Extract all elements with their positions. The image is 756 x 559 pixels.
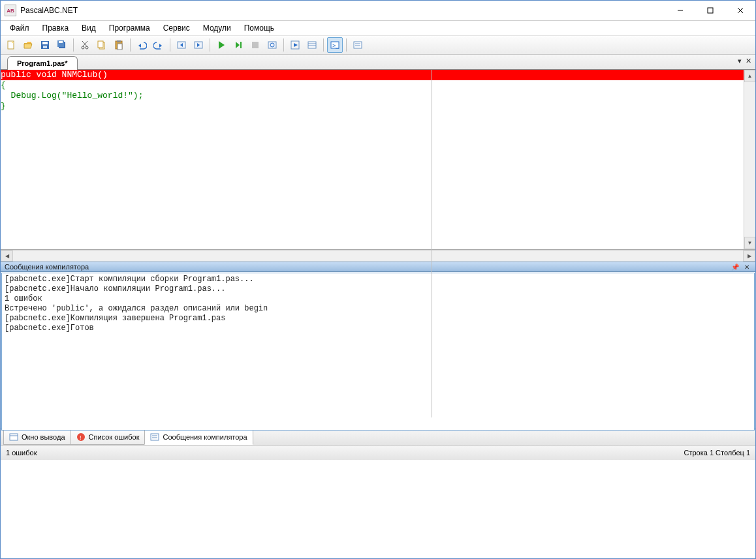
svg-rect-19 — [117, 40, 121, 42]
errors-window-icon[interactable] — [350, 37, 366, 53]
svg-rect-30 — [252, 42, 259, 48]
output-tab-icon — [9, 432, 18, 442]
output-window-icon[interactable]: >_ — [327, 37, 343, 53]
status-column: Столбец 1 — [716, 449, 750, 457]
minimize-button[interactable] — [665, 1, 695, 20]
nav-back-icon[interactable] — [174, 37, 189, 53]
redo-icon[interactable] — [151, 37, 166, 53]
svg-rect-11 — [59, 41, 63, 43]
app-icon: AB — [5, 5, 16, 16]
svg-line-15 — [82, 41, 87, 46]
svg-rect-8 — [43, 46, 47, 48]
svg-rect-43 — [10, 434, 18, 440]
svg-rect-7 — [42, 42, 48, 44]
svg-marker-28 — [236, 42, 240, 48]
editor-region: public void NNMClub() { Debug.Log("Hello… — [1, 70, 755, 429]
app-title: PascalABC.NET — [20, 6, 78, 15]
title-bar: AB PascalABC.NET — [1, 1, 755, 21]
compiler-panel-title: Сообщения компилятора — [5, 263, 89, 271]
svg-rect-40 — [354, 42, 362, 48]
svg-rect-17 — [98, 41, 103, 48]
errors-tab[interactable]: ! Список ошибок — [71, 429, 146, 445]
code-line-3: Debug.Log("Hello_world!"); — [1, 91, 744, 101]
svg-marker-22 — [159, 44, 162, 48]
toolbar: >_ — [1, 36, 755, 55]
bottom-tab-bar: Окно вывода ! Список ошибок Сообщения ко… — [1, 429, 755, 445]
compiler-tab-icon — [150, 432, 159, 442]
compiler-tab[interactable]: Сообщения компилятора — [144, 429, 253, 445]
app-window: AB PascalABC.NET Файл Правка Вид Програм… — [0, 0, 756, 559]
save-icon[interactable] — [37, 37, 53, 53]
step-icon[interactable] — [230, 37, 246, 53]
compiler-messages[interactable]: [pabcnetc.exe]Старт компиляции сборки Pr… — [1, 273, 755, 431]
menu-modules[interactable]: Модули — [197, 22, 238, 34]
menu-bar: Файл Правка Вид Программа Сервис Модули … — [1, 21, 755, 36]
svg-line-14 — [83, 41, 87, 46]
run-icon[interactable] — [213, 37, 229, 53]
compiler-line: [pabcnetc.exe]Старт компиляции сборки Pr… — [5, 275, 751, 284]
tab-close-icon[interactable]: ✕ — [746, 57, 751, 65]
editor-split-divider[interactable] — [432, 70, 432, 417]
editor-vertical-scrollbar[interactable]: ▲ ▼ — [744, 70, 755, 249]
compiler-line: [pabcnetc.exe]Готов — [5, 324, 751, 333]
svg-point-12 — [82, 46, 84, 49]
svg-marker-21 — [138, 44, 141, 48]
scroll-up-icon[interactable]: ▲ — [744, 70, 755, 82]
code-line-1: public void NNMClub() — [1, 70, 108, 80]
output-tab[interactable]: Окно вывода — [3, 429, 71, 445]
scroll-down-icon[interactable]: ▼ — [744, 237, 755, 249]
code-line-4: } — [1, 101, 744, 112]
svg-rect-29 — [240, 42, 242, 48]
status-error-count: 1 ошибок — [6, 449, 37, 457]
breakpoint-icon[interactable] — [287, 37, 303, 53]
panel-close-icon[interactable]: ✕ — [742, 262, 751, 271]
pin-icon[interactable]: 📌 — [731, 262, 740, 271]
svg-rect-35 — [308, 42, 316, 48]
svg-rect-1 — [708, 8, 713, 13]
scroll-right-icon[interactable]: ▶ — [743, 250, 755, 262]
menu-program[interactable]: Программа — [102, 22, 157, 34]
document-tab-bar: Program1.pas* ▾ ✕ — [1, 55, 755, 70]
compiler-panel-header: Сообщения компилятора 📌 ✕ — [1, 262, 755, 272]
compiler-line: [pabcnetc.exe]Начало компиляции Program1… — [5, 284, 751, 294]
menu-view[interactable]: Вид — [75, 22, 102, 34]
code-editor[interactable]: public void NNMClub() { Debug.Log("Hello… — [1, 70, 744, 249]
compiler-line: 1 ошибок — [5, 294, 751, 304]
file-tab[interactable]: Program1.pas* — [7, 56, 78, 70]
watch-icon[interactable] — [304, 37, 320, 53]
close-button[interactable] — [725, 1, 755, 20]
code-line-2: { — [1, 80, 744, 91]
menu-file[interactable]: Файл — [3, 22, 36, 34]
open-file-icon[interactable] — [20, 37, 36, 53]
svg-point-13 — [86, 46, 88, 49]
menu-help[interactable]: Помощь — [238, 22, 281, 34]
svg-marker-27 — [219, 41, 225, 49]
new-file-icon[interactable] — [3, 37, 19, 53]
save-all-icon[interactable] — [54, 37, 70, 53]
paste-icon[interactable] — [111, 37, 127, 53]
svg-text:!: ! — [80, 434, 82, 441]
scroll-left-icon[interactable]: ◀ — [1, 250, 13, 262]
stop-icon[interactable] — [247, 37, 263, 53]
errors-tab-icon: ! — [76, 432, 86, 442]
copy-icon[interactable] — [94, 37, 110, 53]
output-tab-label: Окно вывода — [22, 433, 65, 441]
editor-horizontal-scrollbar[interactable]: ◀ ▶ — [1, 250, 755, 262]
menu-service[interactable]: Сервис — [157, 22, 197, 34]
cut-icon[interactable] — [77, 37, 93, 53]
nav-forward-icon[interactable] — [191, 37, 206, 53]
undo-icon[interactable] — [134, 37, 150, 53]
menu-edit[interactable]: Правка — [36, 22, 76, 34]
tab-dropdown-icon[interactable]: ▾ — [738, 57, 742, 65]
compile-icon[interactable] — [264, 37, 280, 53]
errors-tab-label: Список ошибок — [89, 433, 140, 441]
maximize-button[interactable] — [695, 1, 725, 20]
svg-rect-20 — [118, 44, 122, 50]
status-line: Строка 1 — [684, 449, 714, 457]
compiler-tab-label: Сообщения компилятора — [163, 433, 247, 441]
svg-marker-34 — [294, 43, 298, 47]
svg-text:>_: >_ — [332, 42, 339, 49]
file-tab-label: Program1.pas* — [17, 59, 68, 67]
compiler-line: Встречено 'public', а ожидался раздел оп… — [5, 304, 751, 314]
compiler-line: [pabcnetc.exe]Компиляция завершена Progr… — [5, 314, 751, 324]
